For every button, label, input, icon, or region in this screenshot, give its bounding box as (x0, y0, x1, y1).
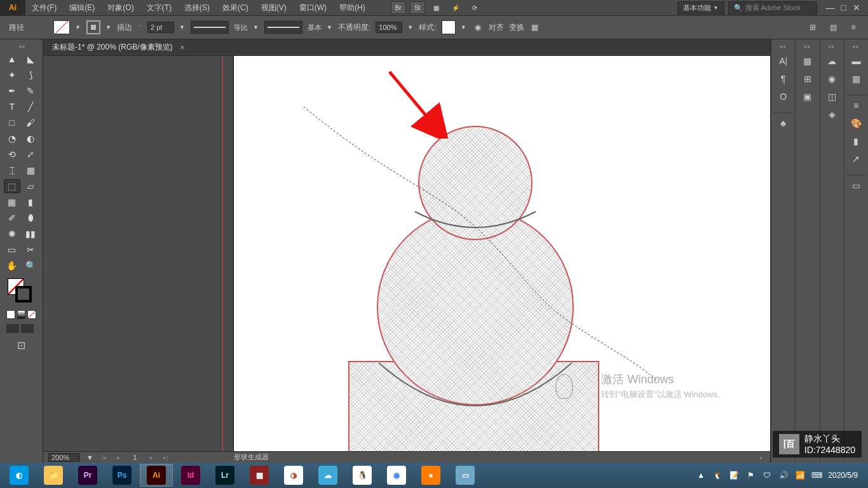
paragraph-panel-icon[interactable]: ¶ (773, 71, 794, 86)
pen-tool[interactable]: ✒ (4, 84, 20, 98)
perspective-tool[interactable]: ▱ (22, 179, 39, 193)
eraser-tool[interactable]: ◐ (22, 132, 39, 146)
stock-icon[interactable]: St (410, 1, 425, 14)
menu-help[interactable]: 帮助(H) (333, 3, 372, 13)
opentype-panel-icon[interactable]: O (773, 89, 794, 104)
lasso-tool[interactable]: ⟆ (22, 68, 39, 82)
menu-window[interactable]: 窗口(W) (293, 3, 333, 13)
brush-tool[interactable]: 🖌 (22, 116, 39, 130)
width-tool[interactable]: ⌶ (4, 163, 20, 177)
taskbar-app-11[interactable]: ◉ (380, 464, 413, 487)
free-transform-tool[interactable]: ▦ (22, 163, 39, 177)
bridge-icon[interactable]: Br (391, 1, 406, 14)
taskbar-app-3[interactable]: Ps (105, 464, 139, 487)
taskbar-app-5[interactable]: Id (174, 464, 207, 487)
stroke-swatch[interactable] (86, 20, 100, 34)
symbol-tool[interactable]: ✺ (4, 227, 20, 241)
dock-collapse-2[interactable]: ▸▸ (797, 42, 818, 51)
mesh-tool[interactable]: ▦ (4, 195, 20, 209)
rectangle-tool[interactable]: □ (4, 116, 20, 130)
tray-note-icon[interactable]: 📝 (729, 470, 739, 480)
taskbar-app-9[interactable]: ☁ (311, 464, 344, 487)
gpu-icon[interactable]: ⚡ (448, 1, 463, 14)
dock-collapse-3[interactable]: ▸▸ (822, 42, 843, 51)
tray-volume-icon[interactable]: 🔊 (778, 470, 789, 480)
taskbar-app-0[interactable]: ◐ (3, 464, 36, 487)
dock-collapse-1[interactable]: ▸▸ (773, 42, 794, 51)
shape-builder-tool[interactable]: ⬚ (4, 179, 20, 193)
symbols-panel-icon[interactable]: ♣ (773, 116, 794, 131)
panel-essentials-icon[interactable]: ▤ (827, 22, 839, 33)
menu-effects[interactable]: 效果(C) (216, 3, 255, 13)
menu-text[interactable]: 文字(T) (140, 3, 178, 13)
taskbar-app-8[interactable]: ◑ (277, 464, 310, 487)
graphic-styles-icon[interactable]: ◫ (822, 89, 843, 104)
tray-expand-icon[interactable]: ▲ (696, 470, 706, 480)
artboard-tool[interactable]: ▭ (4, 243, 20, 257)
stock-search[interactable]: 🔍搜索 Adobe Stock (728, 1, 817, 15)
window-minimize[interactable]: — (826, 3, 835, 13)
taskbar-app-7[interactable]: ▦ (243, 464, 276, 487)
slice-tool[interactable]: ✂ (22, 243, 39, 257)
graph-tool[interactable]: ▮▮ (22, 227, 39, 241)
color-mode-none[interactable] (27, 310, 36, 319)
character-panel-icon[interactable]: A| (773, 53, 794, 69)
panel-layout-icon[interactable]: ⊞ (807, 22, 818, 33)
tray-flag-icon[interactable]: ⚑ (745, 470, 756, 480)
fill-swatch[interactable] (53, 20, 70, 34)
opacity-input[interactable] (376, 22, 402, 33)
taskbar-app-13[interactable]: ▭ (449, 464, 482, 487)
sync-icon[interactable]: ⟳ (467, 1, 482, 14)
type-tool[interactable]: T (4, 100, 20, 114)
artboard-last[interactable]: ▸| (161, 454, 170, 461)
stroke-profile-preview[interactable] (264, 21, 302, 34)
stroke-dash-preview[interactable] (191, 21, 229, 34)
rotate-tool[interactable]: ⟲ (4, 147, 20, 161)
menu-select[interactable]: 选择(S) (178, 3, 216, 13)
tools-collapse-icon[interactable]: ◂◂ (3, 43, 40, 51)
edit-toolbar-icon[interactable]: ⊡ (3, 339, 40, 351)
cc-libraries-icon[interactable]: ☁ (822, 53, 843, 69)
layers-panel-icon[interactable]: ◈ (822, 107, 843, 122)
screen-mode-normal[interactable] (6, 324, 19, 333)
zoom-level-input[interactable]: 200% (48, 453, 80, 462)
taskbar-app-2[interactable]: Pr (71, 464, 104, 487)
magic-wand-tool[interactable]: ✦ (4, 68, 20, 82)
pathfinder-panel-icon[interactable]: ▣ (797, 89, 818, 104)
artboard-prev[interactable]: ◂ (114, 454, 121, 461)
gradient-tool[interactable]: ▮ (22, 195, 39, 209)
shaper-tool[interactable]: ◔ (4, 132, 20, 146)
selection-tool[interactable]: ▲ (4, 52, 20, 66)
dock-collapse-4[interactable]: ▸▸ (846, 42, 867, 51)
document-tab-close[interactable]: × (180, 43, 185, 52)
window-maximize[interactable]: □ (841, 3, 846, 13)
screen-mode-full[interactable] (21, 324, 34, 333)
tray-clock[interactable]: 2020/5/9 (828, 471, 858, 480)
tray-shield-icon[interactable]: 🛡 (762, 470, 772, 480)
arrange-icon[interactable]: ▦ (429, 1, 444, 14)
recolor-icon[interactable]: ◉ (472, 22, 484, 33)
appearance-panel-icon[interactable]: ◉ (822, 71, 843, 86)
stroke-dropdown[interactable]: ▼ (105, 24, 112, 30)
guide-line[interactable] (222, 56, 223, 451)
stroke-panel-icon[interactable]: ≡ (846, 98, 867, 113)
stroke-width-input[interactable] (147, 22, 174, 33)
stroke-color-swatch[interactable] (15, 286, 32, 302)
menu-object[interactable]: 对象(O) (101, 3, 140, 13)
artboards-panel-icon[interactable]: ▭ (846, 178, 867, 193)
taskbar-app-6[interactable]: Lr (208, 464, 241, 487)
document-tab[interactable]: 未标题-1* @ 200% (RGB/像素预览) × (43, 39, 770, 56)
brushes-panel-icon[interactable]: ▬ (846, 53, 867, 69)
isolate-icon[interactable]: ▦ (529, 22, 541, 33)
align-link[interactable]: 对齐 (489, 22, 504, 33)
fill-stroke-control[interactable] (3, 278, 40, 306)
properties-panel-icon[interactable]: ▦ (797, 53, 818, 69)
artboard-next[interactable]: ▸ (148, 454, 155, 461)
tray-qq-icon[interactable]: 🐧 (712, 470, 722, 480)
taskbar-app-1[interactable]: 📁 (37, 464, 70, 487)
taskbar-app-10[interactable]: 🐧 (346, 464, 379, 487)
menu-file[interactable]: 文件(F) (25, 3, 63, 13)
fill-dropdown[interactable]: ▼ (75, 24, 81, 30)
blend-tool[interactable]: ⬮ (22, 211, 39, 225)
asset-export-icon[interactable]: ↗ (846, 151, 867, 166)
